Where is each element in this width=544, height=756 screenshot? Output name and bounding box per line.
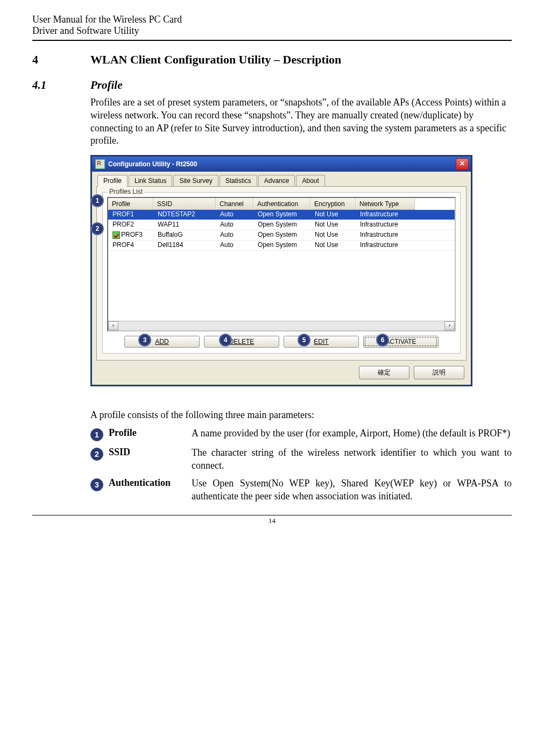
- param-label-profile: Profile: [103, 427, 192, 441]
- edit-button-label: EDIT: [314, 338, 328, 345]
- bullet-2-icon: 2: [90, 448, 103, 461]
- page-number: 14: [32, 517, 512, 525]
- add-button[interactable]: ADD: [124, 336, 200, 348]
- doc-header-line1: User Manual for the Wireless PC Card: [32, 14, 512, 25]
- footer-rule: [32, 515, 512, 515]
- header-rule: [32, 40, 512, 41]
- table-cell: Open System: [253, 210, 310, 220]
- table-cell: BuffaloG: [153, 230, 216, 240]
- horizontal-scrollbar[interactable]: ‹ ›: [108, 321, 455, 330]
- param-desc-profile: A name provided by the user (for example…: [192, 427, 512, 441]
- callout-5: 5: [298, 334, 310, 347]
- tab-link-status[interactable]: Link Status: [129, 175, 172, 187]
- app-icon: [95, 159, 105, 169]
- table-row[interactable]: PROF1NDTESTAP2AutoOpen SystemNot UseInfr…: [108, 210, 455, 220]
- param-row-profile: 1 Profile A name provided by the user (f…: [90, 427, 512, 441]
- col-header-authentication[interactable]: Authentication: [253, 198, 310, 210]
- table-cell: Not Use: [310, 230, 356, 240]
- table-cell: Auto: [216, 210, 253, 220]
- col-header-network-type[interactable]: Network Type: [356, 198, 415, 210]
- action-button-row: 3 4 5 6 ADD DELETE EDIT ACTIVATE: [107, 336, 456, 348]
- doc-header-line2: Driver and Software Utility: [32, 25, 512, 40]
- param-desc-ssid: The character string of the wireless net…: [192, 447, 512, 472]
- callout-1: 1: [91, 194, 104, 207]
- empty-list-area: [108, 251, 455, 321]
- activate-button[interactable]: ACTIVATE: [363, 336, 439, 348]
- tab-about[interactable]: About: [296, 175, 324, 187]
- delete-button-label: DELETE: [229, 338, 255, 345]
- intro-paragraph: Profiles are a set of preset system para…: [90, 96, 512, 147]
- edit-button[interactable]: EDIT: [284, 336, 359, 348]
- col-header-profile[interactable]: Profile: [108, 198, 153, 210]
- help-button[interactable]: 説明: [414, 366, 464, 379]
- tab-profile[interactable]: Profile: [97, 175, 128, 187]
- table-cell: Infrastructure: [356, 220, 415, 230]
- profiles-listview[interactable]: Profile SSID Channel Authentication Encr…: [107, 197, 456, 331]
- callout-4: 4: [219, 334, 232, 347]
- bullet-3-icon: 3: [90, 478, 103, 491]
- window-title: Configuration Utility - Rt2500: [108, 160, 197, 168]
- param-row-ssid: 2 SSID The character string of the wirel…: [90, 447, 512, 472]
- profiles-list-fieldset: Profiles List Profile SSID Channel Authe…: [102, 192, 461, 354]
- table-cell: Not Use: [310, 210, 356, 220]
- table-row[interactable]: PROF3BuffaloGAutoOpen SystemNot UseInfra…: [108, 230, 455, 241]
- callout-2: 2: [91, 222, 104, 235]
- tab-statistics[interactable]: Statistics: [220, 175, 257, 187]
- add-button-label: ADD: [155, 338, 168, 345]
- table-cell: PROF2: [108, 220, 153, 230]
- section-title: WLAN Client Configuration Utility – Desc…: [90, 53, 341, 67]
- scroll-left-icon[interactable]: ‹: [108, 321, 118, 330]
- table-cell: NDTESTAP2: [153, 210, 216, 220]
- table-cell: Infrastructure: [356, 210, 415, 220]
- table-cell: Not Use: [310, 241, 356, 250]
- ok-button[interactable]: 確定: [359, 366, 409, 379]
- scroll-thumb-area[interactable]: [118, 322, 444, 330]
- table-cell: Open System: [253, 241, 310, 250]
- col-header-channel[interactable]: Channel: [216, 198, 253, 210]
- delete-button[interactable]: DELETE: [204, 336, 279, 348]
- section-number: 4: [32, 53, 90, 67]
- table-cell: PROF4: [108, 241, 153, 250]
- table-cell: Open System: [253, 220, 310, 230]
- callout-3: 3: [138, 334, 151, 347]
- intro-paragraph-2: A profile consists of the following thre…: [90, 409, 512, 422]
- list-headers: Profile SSID Channel Authentication Encr…: [108, 198, 455, 210]
- dialog-bottom-buttons: 確定 説明: [96, 361, 467, 380]
- table-cell: Auto: [216, 220, 253, 230]
- window-titlebar: Configuration Utility - Rt2500 ✕: [92, 157, 471, 172]
- config-utility-window: Configuration Utility - Rt2500 ✕ 1 2 Pro…: [90, 155, 472, 386]
- col-header-encryption[interactable]: Encryption: [310, 198, 356, 210]
- param-label-ssid: SSID: [103, 447, 192, 472]
- tab-panel-profile: Profiles List Profile SSID Channel Authe…: [96, 186, 467, 361]
- fieldset-label: Profiles List: [107, 188, 145, 195]
- scroll-right-icon[interactable]: ›: [444, 321, 455, 330]
- subsection-title: Profile: [90, 79, 122, 92]
- table-cell: PROF1: [108, 210, 153, 220]
- table-row[interactable]: PROF2WAP11AutoOpen SystemNot UseInfrastr…: [108, 220, 455, 230]
- table-row[interactable]: PROF4Dell1184AutoOpen SystemNot UseInfra…: [108, 241, 455, 251]
- table-cell: WAP11: [153, 220, 216, 230]
- table-cell: PROF3: [108, 230, 153, 240]
- tab-strip: Profile Link Status Site Survey Statisti…: [97, 175, 467, 187]
- param-label-authentication: Authentication: [103, 477, 192, 503]
- table-cell: Infrastructure: [356, 241, 415, 250]
- table-cell: Auto: [216, 241, 253, 250]
- tab-site-survey[interactable]: Site Survey: [173, 175, 218, 187]
- table-cell: Open System: [253, 230, 310, 240]
- table-cell: Auto: [216, 230, 253, 240]
- table-cell: Not Use: [310, 220, 356, 230]
- tab-advance[interactable]: Advance: [258, 175, 295, 187]
- active-check-icon: [112, 231, 120, 239]
- bullet-1-icon: 1: [90, 428, 103, 441]
- table-cell: Infrastructure: [356, 230, 415, 240]
- param-row-authentication: 3 Authentication Use Open System(No WEP …: [90, 477, 512, 503]
- subsection-number: 4.1: [32, 79, 90, 92]
- col-header-ssid[interactable]: SSID: [153, 198, 216, 210]
- table-cell: Dell1184: [153, 241, 216, 250]
- activate-button-label: ACTIVATE: [386, 338, 416, 345]
- close-icon[interactable]: ✕: [456, 158, 469, 170]
- callout-6: 6: [376, 334, 389, 347]
- param-desc-authentication: Use Open System(No WEP key), Shared Key(…: [192, 477, 512, 503]
